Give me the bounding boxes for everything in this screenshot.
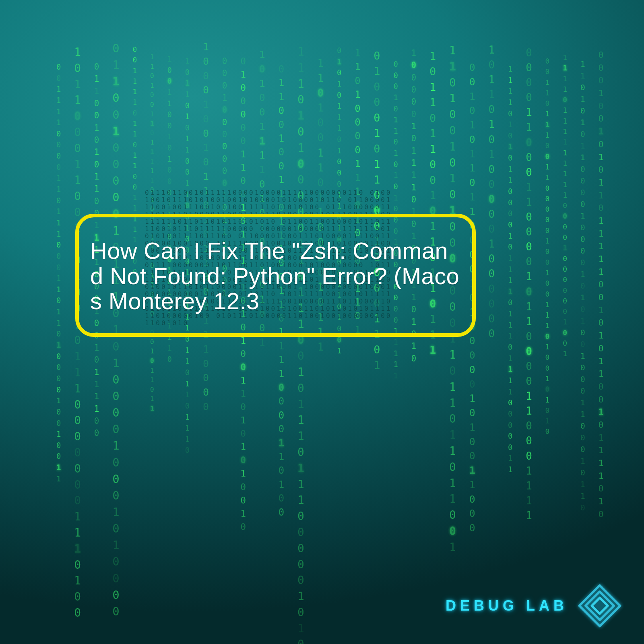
brand: DEBUG LAB <box>446 584 622 628</box>
brand-name: DEBUG LAB <box>446 597 568 614</box>
svg-marker-2 <box>592 598 608 614</box>
headline-text: How Can I Fix The "Zsh: Command Not Foun… <box>90 238 461 314</box>
headline-card: How Can I Fix The "Zsh: Command Not Foun… <box>75 214 476 337</box>
brand-logo-icon <box>578 584 622 628</box>
